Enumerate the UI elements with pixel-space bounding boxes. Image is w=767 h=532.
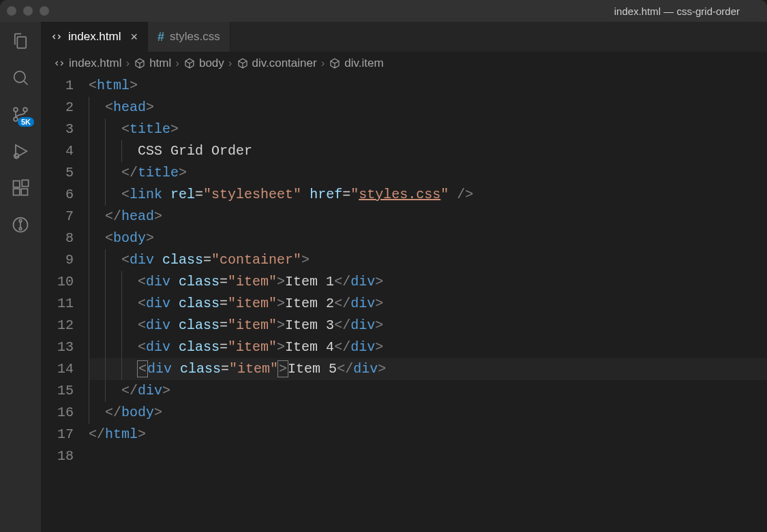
line-number: 1 xyxy=(41,75,74,97)
tab-bar: index.html × # styles.css xyxy=(41,22,767,52)
git-graph-icon[interactable] xyxy=(10,214,31,236)
search-icon[interactable] xyxy=(10,67,31,89)
line-number: 4 xyxy=(41,140,74,162)
line-number: 8 xyxy=(41,228,74,249)
breadcrumb-item[interactable]: div.item xyxy=(329,57,383,70)
breadcrumb-label: html xyxy=(149,57,171,70)
line-number-gutter: 123456789101112131415161718 xyxy=(41,75,89,532)
breadcrumb-item[interactable]: body xyxy=(183,57,224,70)
line-number: 14 xyxy=(41,358,74,380)
code-line[interactable]: <div class="item">Item 4</div> xyxy=(89,337,767,358)
breadcrumb-item[interactable]: div.container xyxy=(237,57,317,70)
svg-rect-7 xyxy=(21,189,27,195)
breadcrumb-label: div.item xyxy=(344,57,383,70)
close-tab-icon[interactable]: × xyxy=(130,31,138,43)
svg-rect-6 xyxy=(14,189,20,195)
source-control-icon[interactable]: 5K xyxy=(10,104,31,125)
css-file-icon: # xyxy=(157,30,164,44)
line-number: 9 xyxy=(41,249,74,271)
line-number: 16 xyxy=(41,402,74,424)
code-line[interactable]: </div> xyxy=(89,380,767,402)
svg-point-11 xyxy=(19,228,22,230)
extensions-icon[interactable] xyxy=(10,177,31,199)
breadcrumb-item[interactable]: html xyxy=(134,57,171,70)
line-number: 7 xyxy=(41,206,74,228)
breadcrumbs[interactable]: index.html›html›body›div.container›div.i… xyxy=(41,52,767,75)
vscode-window: index.html — css-grid-order 5K xyxy=(0,0,767,532)
html-file-icon xyxy=(50,31,63,43)
line-number: 12 xyxy=(41,315,74,337)
tab-label: index.html xyxy=(68,30,121,44)
run-debug-icon[interactable] xyxy=(10,140,31,162)
tab-index-html[interactable]: index.html × xyxy=(41,22,148,52)
maximize-window-button[interactable] xyxy=(40,6,49,16)
line-number: 18 xyxy=(41,445,74,467)
code-line[interactable]: </html> xyxy=(89,424,767,445)
line-number: 5 xyxy=(41,162,74,184)
line-number: 3 xyxy=(41,119,74,140)
code-line[interactable]: <html> xyxy=(89,75,767,97)
svg-point-10 xyxy=(19,219,22,222)
line-number: 11 xyxy=(41,293,74,315)
svg-point-1 xyxy=(14,108,18,112)
editor-area: index.html × # styles.css index.html›htm… xyxy=(41,22,767,532)
code-line[interactable]: <title> xyxy=(89,119,767,140)
line-number: 10 xyxy=(41,271,74,293)
code-line[interactable]: <div class="item">Item 2</div> xyxy=(89,293,767,315)
close-window-button[interactable] xyxy=(7,6,16,16)
code-line[interactable]: </head> xyxy=(89,206,767,228)
line-number: 17 xyxy=(41,424,74,445)
code-line[interactable]: </title> xyxy=(89,162,767,184)
minimize-window-button[interactable] xyxy=(23,6,33,16)
line-number: 15 xyxy=(41,380,74,402)
breadcrumb-label: index.html xyxy=(69,57,121,70)
breadcrumb-label: div.container xyxy=(252,57,317,70)
source-control-badge: 5K xyxy=(18,117,34,127)
window-title: index.html — css-grid-order xyxy=(614,5,740,17)
code-line[interactable]: <div class="container"> xyxy=(89,249,767,271)
code-line[interactable]: <head> xyxy=(89,97,767,119)
code-line[interactable]: <link rel="stylesheet" href="styles.css"… xyxy=(89,184,767,206)
svg-rect-5 xyxy=(14,181,20,187)
titlebar[interactable]: index.html — css-grid-order xyxy=(0,0,767,22)
code-line[interactable]: <body> xyxy=(89,228,767,249)
code-line[interactable]: </body> xyxy=(89,402,767,424)
chevron-right-icon: › xyxy=(321,57,325,70)
chevron-right-icon: › xyxy=(228,57,232,70)
code-line[interactable]: CSS Grid Order xyxy=(89,140,767,162)
explorer-icon[interactable] xyxy=(10,30,31,52)
breadcrumb-item[interactable]: index.html xyxy=(53,57,121,70)
tab-styles-css[interactable]: # styles.css xyxy=(148,22,230,52)
activity-bar: 5K xyxy=(0,22,41,532)
line-number: 6 xyxy=(41,184,74,206)
code-line[interactable]: <div class="item">Item 5</div> xyxy=(89,358,767,380)
svg-point-0 xyxy=(14,72,25,82)
svg-point-3 xyxy=(14,117,18,121)
tab-label: styles.css xyxy=(170,30,220,44)
breadcrumb-label: body xyxy=(199,57,224,70)
line-number: 13 xyxy=(41,337,74,358)
traffic-lights xyxy=(7,6,49,16)
code-line[interactable]: <div class="item">Item 1</div> xyxy=(89,271,767,293)
svg-point-2 xyxy=(23,108,27,112)
code-line[interactable]: <div class="item">Item 3</div> xyxy=(89,315,767,337)
code-line[interactable] xyxy=(89,445,767,467)
code-content[interactable]: <html><head><title>CSS Grid Order</title… xyxy=(89,75,767,532)
svg-rect-8 xyxy=(22,180,28,186)
line-number: 2 xyxy=(41,97,74,119)
chevron-right-icon: › xyxy=(175,57,179,70)
code-editor[interactable]: 123456789101112131415161718 <html><head>… xyxy=(41,75,767,532)
chevron-right-icon: › xyxy=(125,57,130,70)
